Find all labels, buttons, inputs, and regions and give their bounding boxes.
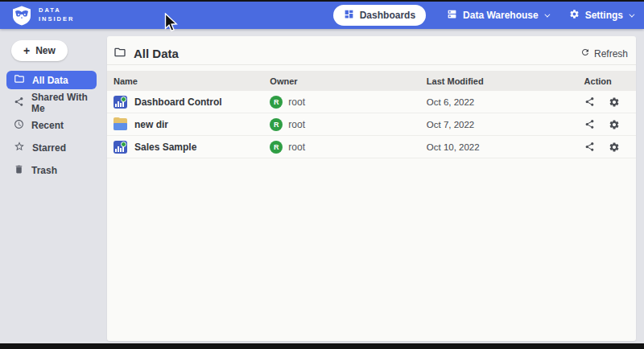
settings-label: Settings [585,10,623,21]
share-icon[interactable] [584,142,595,152]
owl-logo-icon [11,5,32,26]
gear-icon[interactable] [609,119,620,130]
chevron-down-icon [629,11,634,17]
brand-name: DATA INSIDER [39,6,74,24]
share-icon[interactable] [584,96,595,107]
chevron-down-icon [544,11,550,17]
plus-icon: + [23,47,30,55]
sidebar-item-recent[interactable]: Recent [6,116,97,134]
sidebar-item-label: All Data [32,75,68,86]
page-header: All Data Refresh [107,43,636,65]
gear-icon [569,9,580,22]
owner-avatar: R [270,118,283,131]
last-modified-date: Oct 6, 2022 [427,97,584,107]
refresh-button[interactable]: Refresh [580,47,628,60]
column-header-name: Name [107,76,270,86]
top-nav-menu: Dashboards Data Warehouse Settings [333,5,633,26]
empty-content-area [107,158,636,341]
file-name[interactable]: new dir [134,119,168,130]
trash-icon [14,164,24,177]
column-header-owner: Owner [270,76,426,86]
gear-icon[interactable] [609,96,620,108]
settings-menu[interactable]: Settings [569,9,633,22]
folder-file-icon [114,118,127,130]
star-icon [14,141,25,154]
content-layout: + New All Data Shared With Me [0,29,644,343]
sidebar-nav: All Data Shared With Me Recent [0,71,103,179]
file-name[interactable]: Sales Sample [134,142,196,153]
chart-file-icon [114,96,127,109]
dashboard-icon [344,9,354,22]
table-row[interactable]: new dir R root Oct 7, 2022 [107,113,636,136]
owner-name: root [288,119,305,130]
column-header-action: Action [584,76,636,86]
sidebar-item-label: Trash [31,165,57,176]
dashboards-button[interactable]: Dashboards [333,5,426,26]
database-icon [447,9,457,22]
refresh-label: Refresh [594,48,628,60]
column-header-last-modified: Last Modified [427,76,584,86]
data-warehouse-label: Data Warehouse [463,10,539,21]
new-button-label: New [35,45,56,56]
table-row[interactable]: Sales Sample R root Oct 10, 2022 [107,136,636,158]
gear-icon[interactable] [609,142,620,153]
folder-icon [14,73,25,87]
new-button[interactable]: + New [11,40,68,61]
sidebar-item-label: Shared With Me [31,92,97,114]
owner-name: root [288,142,305,153]
table-row[interactable]: Dashboard Control R root Oct 6, 2022 [107,91,636,113]
sidebar-item-shared-with-me[interactable]: Shared With Me [6,93,97,112]
sidebar-item-label: Recent [31,120,64,131]
sidebar-item-trash[interactable]: Trash [6,161,97,179]
data-warehouse-menu[interactable]: Data Warehouse [447,9,548,22]
dashboards-label: Dashboards [360,10,415,21]
last-modified-date: Oct 10, 2022 [427,142,584,152]
app-window: DATA INSIDER Dashboards Data Warehouse [0,0,644,349]
clock-icon [14,119,24,132]
page-title: All Data [134,47,179,60]
sidebar: + New All Data Shared With Me [0,29,103,343]
brand-logo: DATA INSIDER [11,5,74,26]
share-icon[interactable] [584,119,595,129]
main-panel: All Data Refresh Name Owner Last Modifie… [107,36,636,341]
owner-name: root [288,96,305,108]
refresh-icon [580,47,590,60]
last-modified-date: Oct 7, 2022 [427,120,584,129]
owner-avatar: R [270,96,283,109]
sidebar-item-starred[interactable]: Starred [6,138,97,157]
top-navigation-bar: DATA INSIDER Dashboards Data Warehouse [0,2,644,29]
sidebar-item-label: Starred [32,142,66,154]
share-icon [14,96,24,109]
chart-file-icon [114,141,127,154]
folder-icon [114,46,126,62]
window-bottom-edge [0,343,644,349]
sidebar-item-all-data[interactable]: All Data [6,71,97,89]
owner-avatar: R [270,141,283,154]
file-name[interactable]: Dashboard Control [134,96,222,108]
table-header-row: Name Owner Last Modified Action [107,71,636,91]
